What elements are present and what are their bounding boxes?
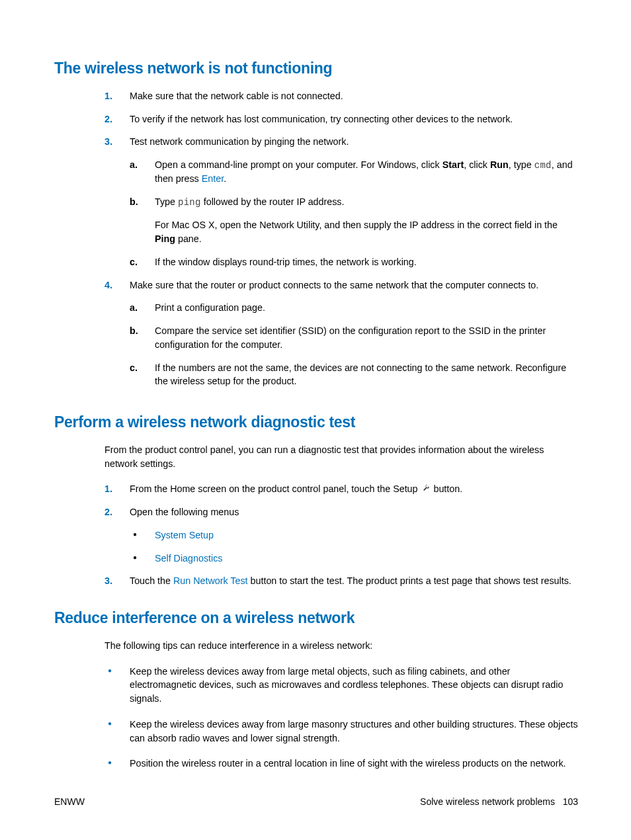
- bullet-self-diagnostics: Self Diagnostics: [130, 552, 578, 566]
- s1-item4-c: If the numbers are not the same, the dev…: [130, 361, 578, 388]
- s1-item4: Make sure that the router or product con…: [105, 278, 578, 388]
- s2-item2: Open the following menus System Setup Se…: [105, 505, 578, 565]
- section1-list: Make sure that the network cable is not …: [105, 89, 578, 388]
- text: From the Home screen on the product cont…: [130, 483, 420, 494]
- footer-left: ENWW: [54, 796, 85, 807]
- page-footer: ENWW Solve wireless network problems 103: [54, 796, 578, 807]
- s1-item3-sublist: Open a command-line prompt on your compu…: [130, 158, 578, 269]
- tip-2: Keep the wireless devices away from larg…: [105, 718, 578, 745]
- s1-item3-b-para: For Mac OS X, open the Network Utility, …: [155, 218, 578, 245]
- footer-section-title: Solve wireless network problems: [420, 796, 555, 807]
- bullet-system-setup: System Setup: [130, 528, 578, 542]
- code-cmd: cmd: [534, 160, 552, 171]
- s1-item2: To verify if the network has lost commun…: [105, 112, 578, 126]
- s1-item3: Test network communication by pinging th…: [105, 135, 578, 269]
- text: button.: [431, 483, 462, 494]
- text: pane.: [175, 233, 202, 244]
- heading-reduce-interference: Reduce interference on a wireless networ…: [54, 609, 578, 627]
- heading-diagnostic-test: Perform a wireless network diagnostic te…: [54, 413, 578, 431]
- section3-tips: Keep the wireless devices away from larg…: [105, 665, 578, 771]
- code-ping: ping: [178, 197, 201, 208]
- s1-item3-b: Type ping followed by the router IP addr…: [130, 195, 578, 246]
- s2-item1: From the Home screen on the product cont…: [105, 482, 578, 496]
- bold-start: Start: [442, 159, 464, 170]
- heading-wireless-not-functioning: The wireless network is not functioning: [54, 60, 578, 77]
- s1-item4-text: Make sure that the router or product con…: [130, 280, 538, 290]
- setup-wrench-icon: [420, 483, 431, 493]
- s1-item3-c: If the window displays round-trip times,…: [130, 255, 578, 269]
- page-number: 103: [563, 796, 578, 807]
- s1-item4-b: Compare the service set identifier (SSID…: [130, 324, 578, 351]
- tip-3: Position the wireless router in a centra…: [105, 757, 578, 771]
- text: button to start the test. The product pr…: [248, 575, 571, 586]
- text: Type: [155, 196, 178, 207]
- s2-item2-bullets: System Setup Self Diagnostics: [130, 528, 578, 565]
- bold-ping: Ping: [155, 233, 175, 244]
- text: Touch the: [130, 575, 173, 586]
- link-self-diagnostics: Self Diagnostics: [155, 553, 223, 564]
- s1-item4-a: Print a configuration page.: [130, 301, 578, 315]
- s1-item3-text: Test network communication by pinging th…: [130, 136, 349, 147]
- link-system-setup: System Setup: [155, 530, 214, 540]
- section2-list: From the Home screen on the product cont…: [105, 482, 578, 588]
- s2-item3: Touch the Run Network Test button to sta…: [105, 574, 578, 588]
- section2-intro: From the product control panel, you can …: [105, 443, 578, 470]
- text: Open the following menus: [130, 507, 239, 517]
- footer-right: Solve wireless network problems 103: [420, 796, 578, 807]
- tip-1: Keep the wireless devices away from larg…: [105, 665, 578, 706]
- s1-item3-a: Open a command-line prompt on your compu…: [130, 158, 578, 186]
- text: , click: [464, 159, 490, 170]
- text: For Mac OS X, open the Network Utility, …: [155, 220, 558, 230]
- section3-intro: The following tips can reduce interferen…: [105, 639, 578, 653]
- link-run-network-test: Run Network Test: [173, 575, 248, 586]
- link-enter: Enter: [202, 173, 224, 184]
- text: , type: [509, 159, 534, 170]
- s1-item4-sublist: Print a configuration page. Compare the …: [130, 301, 578, 388]
- text: Open a command-line prompt on your compu…: [155, 159, 442, 170]
- bold-run: Run: [490, 159, 509, 170]
- text: .: [224, 173, 226, 184]
- s1-item1: Make sure that the network cable is not …: [105, 89, 578, 103]
- text: followed by the router IP address.: [201, 196, 345, 207]
